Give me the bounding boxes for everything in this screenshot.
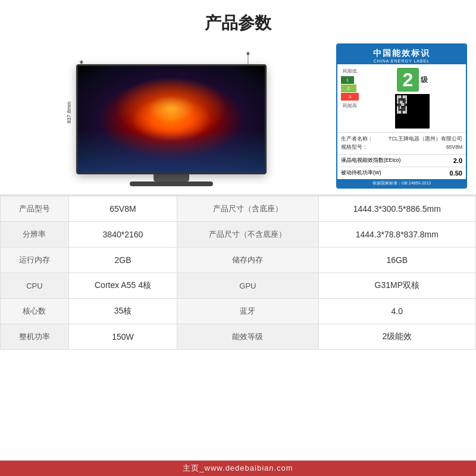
spec-label: CPU	[1, 273, 69, 299]
table-row: 整机功率150W能效等级2级能效	[1, 324, 476, 350]
energy-label-zh-title: 中国能效标识	[340, 48, 464, 59]
table-row: 产品型号65V8M产品尺寸（含底座）1444.3*300.5*886.5mm	[1, 196, 476, 222]
spec-value: 4.0	[318, 299, 475, 324]
spec-value: 1444.3*78.8*837.8mm	[318, 222, 475, 248]
svg-marker-13	[247, 51, 250, 55]
spec-label: 运行内存	[1, 248, 69, 273]
table-row: 核心数35核蓝牙4.0	[1, 299, 476, 324]
tv-frame	[76, 64, 267, 174]
energy-standby-section: 被动待机功率(W) 0.50	[337, 167, 466, 179]
spec-value: G31MP双核	[318, 273, 475, 299]
tv-base	[130, 181, 213, 186]
energy-label: 中国能效标识 CHINA ENERGY LABEL 耗能低 1 2	[336, 43, 467, 189]
specs-section: 产品型号65V8M产品尺寸（含底座）1444.3*300.5*886.5mm分辨…	[0, 195, 476, 350]
specs-table: 产品型号65V8M产品尺寸（含底座）1444.3*300.5*886.5mm分辨…	[0, 196, 476, 350]
svg-marker-1	[80, 60, 83, 63]
spec-label: 分辨率	[1, 222, 69, 248]
model-label: 规格型号：	[341, 144, 368, 151]
table-row: CPUCortex A55 4核GPUG31MP双核	[1, 273, 476, 299]
top-section: 837.8mm 1444.3mm 300.5mm 886.5mm	[0, 43, 476, 189]
spec-value: 150W	[68, 324, 177, 350]
spec-label: 整机功率	[1, 324, 69, 350]
standby-label: 被动待机功率(W)	[341, 170, 381, 177]
eei-label: 液晶电视能效指数(EEIco)	[341, 157, 400, 164]
standby-value: 0.50	[450, 170, 462, 177]
energy-high-label: 耗能高	[343, 102, 357, 109]
table-row: 运行内存2GB储存内存16GB	[1, 248, 476, 273]
spec-value: 2GB	[68, 248, 177, 273]
energy-manufacturer-section: 生产者名称： TCL王牌电器（惠州）有限公司 规格型号： 65V8M	[337, 132, 466, 154]
energy-low-label: 耗能低	[343, 68, 357, 74]
spec-value: 16GB	[318, 248, 475, 273]
spec-label: 能效等级	[177, 324, 318, 350]
spec-value: 2级能效	[318, 324, 475, 350]
spec-value: 35核	[68, 299, 177, 324]
energy-body: 耗能低 1 2 3	[337, 64, 466, 132]
spec-label: 核心数	[1, 299, 69, 324]
energy-eei-section: 液晶电视能效指数(EEIco) 2.0	[337, 155, 466, 167]
energy-grade-suffix: 级	[421, 75, 428, 85]
energy-grade: 2	[397, 68, 419, 92]
eei-value: 2.0	[453, 157, 462, 164]
spec-label: 产品尺寸（含底座）	[177, 196, 318, 222]
spec-value: Cortex A55 4核	[68, 273, 177, 299]
energy-label-en-title: CHINA ENERGY LABEL	[340, 59, 464, 63]
spec-label: 蓝牙	[177, 299, 318, 324]
energy-label-header: 中国能效标识 CHINA ENERGY LABEL	[337, 45, 466, 64]
tv-screen	[78, 66, 265, 173]
manufacturer-value: TCL王牌电器（惠州）有限公司	[389, 136, 462, 143]
qr-code: ▓▓▓░▓▓▓▓░░░░░▓▓░▓▓░░▓░░░▓▓░░▓░▓░░░▓▓░░░░…	[395, 94, 430, 129]
tv-stand	[154, 174, 189, 181]
spec-value: 65V8M	[68, 196, 177, 222]
table-row: 分辨率3840*2160产品尺寸（不含底座）1444.3*78.8*837.8m…	[1, 222, 476, 248]
page-title: 产品参数	[0, 0, 476, 43]
manufacturer-label: 生产者名称：	[341, 136, 373, 143]
watermark: 主页_www.dedebaibian.com	[0, 461, 476, 476]
spec-label: 产品尺寸（不含底座）	[177, 222, 318, 248]
tv-diagram: 837.8mm 1444.3mm 300.5mm 886.5mm	[9, 43, 327, 186]
model-value: 65V8M	[446, 144, 462, 151]
spec-value: 3840*2160	[68, 222, 177, 248]
energy-standard: 依据国家标准：GB 24850-2013	[337, 179, 466, 187]
spec-label: 产品型号	[1, 196, 69, 222]
spec-label: GPU	[177, 273, 318, 299]
spec-value: 1444.3*300.5*886.5mm	[318, 196, 475, 222]
spec-label: 储存内存	[177, 248, 318, 273]
